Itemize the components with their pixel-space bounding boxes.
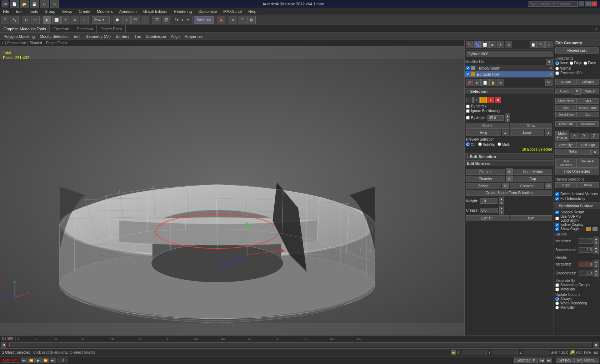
border-icon[interactable]: ⬡	[480, 97, 487, 103]
next-frame-btn[interactable]: ⏭	[50, 358, 56, 363]
edit-tri-btn[interactable]: Edit Tri.	[466, 215, 509, 221]
open-btn[interactable]: 📂	[20, 0, 29, 8]
always-radio[interactable]	[555, 297, 559, 301]
cap-btn[interactable]: Cap	[514, 176, 552, 182]
select-region-btn[interactable]: ⬜	[52, 16, 61, 24]
selected-dropdown[interactable]: Selected ▼	[514, 358, 538, 363]
redo-btn[interactable]: ↪	[50, 0, 59, 8]
object-name-input[interactable]	[466, 51, 552, 57]
iter-dn[interactable]: ▼	[594, 241, 599, 245]
element-icon[interactable]: ◼	[495, 97, 501, 103]
shrink-btn[interactable]: Shrink	[466, 123, 509, 129]
menu-tools[interactable]: Tools	[28, 9, 40, 14]
hide-unsel-btn[interactable]: Hide Unselected	[555, 168, 599, 175]
smooth-result-check[interactable]	[555, 211, 559, 214]
close-btn[interactable]: ✕	[591, 1, 597, 6]
render-iter-input[interactable]	[579, 262, 593, 267]
loop-btn[interactable]: Loop	[510, 130, 545, 136]
repeat-last-btn[interactable]: Repeat Last	[555, 47, 599, 54]
redo-tb-btn[interactable]: ↪	[31, 16, 40, 24]
y-input[interactable]	[493, 350, 518, 355]
isoline-check[interactable]	[555, 223, 559, 227]
z-input[interactable]	[524, 350, 549, 355]
weight-up[interactable]: ▲	[499, 197, 504, 201]
render-setup-btn[interactable]: 🎬	[152, 16, 161, 24]
relax-settings[interactable]: ⚙	[591, 149, 599, 155]
poly-tab-modeling[interactable]: Polygon Modeling	[1, 33, 37, 40]
next-key-btn[interactable]: ⏩	[42, 358, 49, 363]
poly-tab-edit[interactable]: Edit	[71, 33, 82, 40]
graphite-tab-objectpaint[interactable]: Object Paint	[97, 25, 126, 32]
poly-tab-modify-sel[interactable]: Modify Selection	[38, 33, 71, 40]
select-btn[interactable]: ▶	[43, 16, 51, 24]
named-sel-btn[interactable]: 🔖	[217, 16, 225, 24]
quickslice-btn[interactable]: QuickSlice	[555, 112, 577, 117]
iter-up[interactable]: ▲	[594, 237, 599, 241]
modifier-editable-poly[interactable]: Editable Poly ⚙	[465, 71, 554, 77]
timeline-arrow-right[interactable]: ▶	[594, 342, 599, 348]
msmooth-btn[interactable]: MSmooth	[555, 121, 577, 127]
minimize-btn[interactable]: ─	[579, 1, 584, 6]
z-btn[interactable]: Z	[590, 133, 599, 139]
unhide-all-btn[interactable]: Unhide All	[578, 158, 599, 168]
normal-radio[interactable]	[555, 67, 559, 70]
reset-plane-btn[interactable]: Reset Plane	[578, 105, 599, 111]
graphite-tab-modeling[interactable]: Graphite Modeling Tools	[0, 25, 50, 32]
angle-snap-btn[interactable]: ∡	[122, 16, 131, 24]
pin-btn[interactable]: 📌	[466, 79, 473, 86]
create-selection-btn[interactable]: Selection	[194, 16, 214, 24]
pct-snap-btn[interactable]: %	[131, 16, 140, 24]
modifier-list-expand[interactable]: ▼	[546, 59, 553, 65]
show-end-btn[interactable]: ▶	[474, 79, 481, 86]
preserve-uvs-check[interactable]	[555, 71, 559, 75]
align-btn[interactable]: ☰	[238, 16, 246, 24]
full-interactivity-check[interactable]	[555, 197, 559, 201]
menu-rendering[interactable]: Rendering	[172, 9, 194, 14]
chamfer-btn[interactable]: Chamfer	[466, 176, 505, 182]
save-btn[interactable]: 💾	[30, 0, 39, 8]
graphite-tab-selection[interactable]: Selection	[73, 25, 97, 32]
smooth-input[interactable]	[579, 247, 593, 253]
show-cage-check[interactable]	[555, 227, 559, 231]
r-smooth-dn[interactable]: ▼	[594, 273, 599, 277]
graphite-add-tab[interactable]: +	[594, 26, 600, 32]
search-input[interactable]	[528, 1, 578, 7]
display-icon[interactable]: 👁	[497, 41, 504, 48]
preview-multi-radio[interactable]	[498, 142, 501, 146]
crease-input[interactable]	[480, 208, 498, 213]
menu-maxscript[interactable]: MAXScript	[222, 9, 243, 14]
connect-settings[interactable]: ⚙	[545, 183, 552, 189]
menu-graph-editors[interactable]: Graph Editors	[142, 9, 169, 14]
cage-color-yellow[interactable]	[586, 227, 591, 231]
poly-tab-align[interactable]: Align	[169, 33, 182, 40]
split-btn[interactable]: Split	[578, 98, 599, 104]
vp-shading[interactable]: Shaded + Edged Faces	[30, 41, 67, 45]
by-angle-input[interactable]	[488, 115, 504, 121]
vp-perspective[interactable]: Perspective	[7, 41, 26, 45]
menu-file[interactable]: File	[1, 9, 11, 14]
new-btn[interactable]: 📄	[10, 0, 19, 8]
undo-tb-btn[interactable]: ↩	[22, 16, 30, 24]
create-shape-btn[interactable]: Create Shape From Selection	[466, 190, 552, 196]
key-icon[interactable]: 🔑	[570, 350, 575, 355]
modify-icon[interactable]: 🔧	[474, 41, 481, 48]
graphite-tab-freeform[interactable]: Freeform	[50, 25, 73, 32]
mod-config-btn[interactable]: 📷	[545, 79, 552, 86]
make-unique-btn[interactable]: 🔓	[489, 79, 496, 86]
preview-subobj-radio[interactable]	[478, 142, 482, 146]
viewport-scene[interactable]: X Y Z	[0, 46, 464, 335]
angle-dn[interactable]: ▼	[505, 118, 510, 122]
frame-input[interactable]	[58, 358, 68, 363]
scale-btn[interactable]: ⤡	[80, 16, 89, 24]
menu-views[interactable]: Views	[60, 9, 74, 14]
r-iter-dn[interactable]: ▼	[594, 264, 599, 268]
turn-btn[interactable]: Turn	[510, 215, 552, 221]
collapse-btn[interactable]: Collapse	[578, 79, 599, 85]
mirror-btn[interactable]: ⇔	[229, 16, 237, 24]
prev-key-btn[interactable]: ⏪	[28, 358, 35, 363]
panel-icon-extra3[interactable]: ♦	[545, 41, 552, 48]
poly-tab-subdivision[interactable]: Subdivision	[144, 33, 168, 40]
smoothing-groups-check[interactable]	[555, 283, 559, 287]
bridge-settings[interactable]: ⚙	[502, 183, 509, 189]
create-icon[interactable]: 🔨	[466, 41, 473, 48]
